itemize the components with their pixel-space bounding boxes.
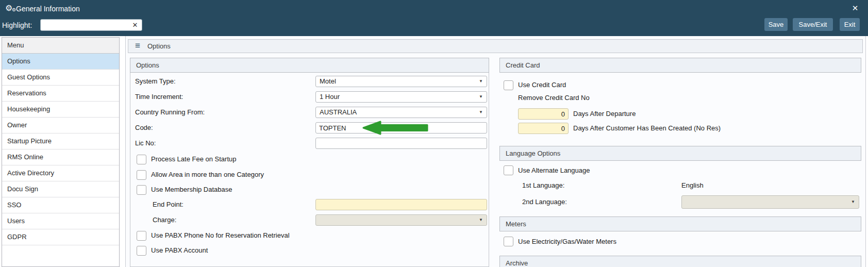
sidebar-item-reservations[interactable]: Reservations (2, 86, 119, 102)
checkbox-allow-area[interactable] (137, 170, 146, 180)
archive-panel-header: Archive (499, 256, 861, 267)
first-language-label: 1st Language: (522, 180, 564, 191)
menu-header: Menu (2, 38, 119, 54)
sidebar-menu: Menu Options Guest Options Reservations … (2, 37, 120, 267)
save-exit-button[interactable]: Save/Exit (793, 18, 833, 31)
use-pabx-account-label: Use PABX Account (151, 245, 208, 256)
sidebar-item-active-directory[interactable]: Active Directory (2, 165, 119, 181)
country-label: Country Running From: (135, 107, 205, 118)
hamburger-icon[interactable]: ≡ (135, 39, 140, 53)
dropdown-arrow-icon: ▼ (479, 92, 483, 102)
use-membership-database-label: Use Membership Database (151, 184, 232, 195)
lic-no-label: Lic No: (135, 138, 156, 149)
content-toolbar-title: Options (147, 39, 171, 53)
checkbox-use-alternate-language[interactable] (504, 165, 513, 175)
allow-area-label: Allow Area in more than one Category (151, 169, 264, 180)
options-panel-header: Options (130, 58, 489, 73)
window-titlebar: ⚙ ⚙ General Information ✕ Highlight: ✕ S… (0, 0, 868, 36)
sidebar-item-users[interactable]: Users (2, 213, 119, 229)
close-icon[interactable]: ✕ (849, 3, 861, 13)
first-language-value: English (681, 180, 704, 191)
highlight-label: Highlight: (2, 20, 32, 30)
clear-icon[interactable]: ✕ (129, 19, 141, 31)
charge-select: ▼ (315, 214, 487, 226)
use-pabx-phone-label: Use PABX Phone No for Reservation Retrie… (151, 230, 290, 241)
days-after-departure-label: Days After Departure (573, 108, 636, 120)
meters-panel-header: Meters (499, 216, 861, 231)
charge-label: Charge: (153, 214, 176, 226)
content-toolbar (128, 39, 863, 53)
country-select[interactable]: AUSTRALIA ▼ (315, 107, 487, 118)
time-increment-select[interactable]: 1 Hour ▼ (315, 91, 487, 103)
system-type-value: Motel (320, 77, 336, 85)
sidebar-item-sso[interactable]: SSO (2, 197, 119, 213)
country-value: AUSTRALIA (320, 108, 357, 116)
dropdown-arrow-icon: ▼ (479, 215, 483, 225)
checkbox-use-credit-card[interactable] (504, 80, 513, 90)
time-increment-value: 1 Hour (320, 93, 340, 101)
checkbox-use-meters[interactable] (504, 237, 513, 246)
sidebar-item-rms-online[interactable]: RMS Online (2, 149, 119, 165)
lic-no-input[interactable] (315, 138, 487, 149)
checkbox-use-pabx-account[interactable] (137, 246, 146, 256)
sidebar-item-options[interactable]: Options (2, 54, 119, 70)
window-title: General Information (16, 4, 80, 13)
end-point-input[interactable] (315, 199, 487, 210)
sidebar-item-owner[interactable]: Owner (2, 118, 119, 134)
end-point-label: End Point: (153, 199, 183, 210)
sidebar-item-guest-options[interactable]: Guest Options (2, 70, 119, 86)
days-after-departure-input[interactable] (518, 108, 569, 120)
code-input[interactable] (315, 122, 487, 134)
use-alternate-language-label: Use Alternate Language (518, 165, 590, 176)
sidebar-item-startup-picture[interactable]: Startup Picture (2, 134, 119, 149)
dropdown-arrow-icon: ▼ (479, 107, 483, 118)
checkbox-use-membership-database[interactable] (137, 185, 146, 195)
checkbox-process-late-fee[interactable] (137, 155, 146, 164)
process-late-fee-label: Process Late Fee on Startup (151, 154, 236, 165)
system-type-label: System Type: (135, 76, 176, 87)
sidebar-item-housekeeping[interactable]: Housekeeping (2, 102, 119, 118)
second-language-select: ▼ (681, 195, 859, 209)
dropdown-arrow-icon: ▼ (851, 196, 855, 208)
save-button[interactable]: Save (764, 18, 788, 31)
dropdown-arrow-icon: ▼ (479, 76, 483, 87)
highlight-input[interactable] (40, 19, 142, 31)
general-information-window: ⚙ ⚙ General Information ✕ Highlight: ✕ S… (0, 0, 868, 267)
system-type-select[interactable]: Motel ▼ (315, 76, 487, 87)
checkbox-use-pabx-phone[interactable] (137, 231, 146, 241)
code-label: Code: (135, 122, 153, 134)
days-after-customer-label: Days After Customer Has Been Created (No… (573, 123, 721, 134)
sidebar-item-docu-sign[interactable]: Docu Sign (2, 181, 119, 197)
sidebar-item-gdpr[interactable]: GDPR (2, 229, 119, 245)
use-credit-card-label: Use Credit Card (518, 79, 566, 91)
use-meters-label: Use Electricity/Gas/Water Meters (518, 236, 616, 247)
credit-card-panel-header: Credit Card (499, 58, 861, 73)
language-options-panel-header: Language Options (499, 146, 861, 161)
time-increment-label: Time Increment: (135, 91, 183, 103)
second-language-label: 2nd Language: (522, 196, 567, 208)
days-after-customer-input[interactable] (518, 123, 569, 134)
remove-credit-card-label: Remove Credit Card No (518, 92, 590, 104)
exit-button[interactable]: Exit (840, 18, 860, 31)
cogs-small-icon: ⚙ (12, 7, 16, 12)
